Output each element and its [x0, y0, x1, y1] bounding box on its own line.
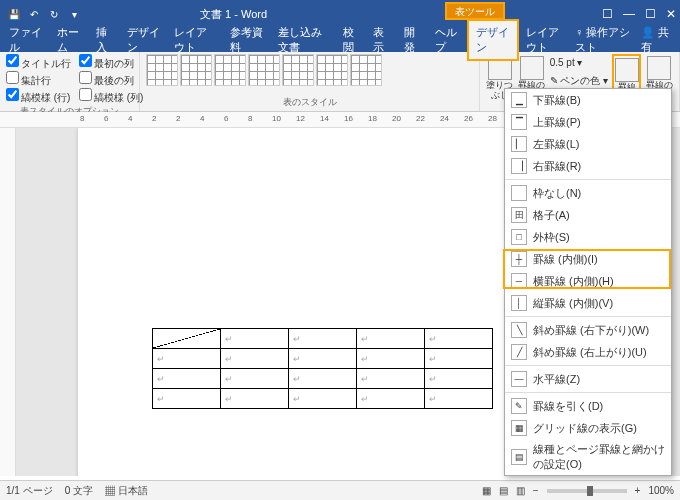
dd-draw-border[interactable]: ✎罫線を引く(D) [505, 395, 671, 417]
top-border-icon: ▔ [511, 114, 527, 130]
dd-bottom-border[interactable]: ▁下罫線(B) [505, 89, 671, 111]
right-border-icon: ▕ [511, 158, 527, 174]
status-bar: 1/1 ページ 0 文字 ▦ 日本語 ▦ ▤ ▥ − + 100% [0, 480, 680, 500]
no-border-icon [511, 185, 527, 201]
dd-all-borders[interactable]: 田格子(A) [505, 204, 671, 226]
share-button[interactable]: 👤 共有 [641, 25, 670, 55]
document-table[interactable]: ↵↵↵↵ ↵↵↵↵↵ ↵↵↵↵↵ ↵↵↵↵↵ [152, 328, 493, 409]
border-setup-icon [647, 56, 671, 80]
tab-design[interactable]: デザイン [120, 21, 168, 59]
dd-inside-border[interactable]: ┼罫線 (内側)(I) [505, 248, 671, 270]
zoom-out-icon[interactable]: − [533, 485, 539, 496]
cell-diag[interactable] [153, 329, 221, 349]
undo-icon[interactable]: ↶ [26, 6, 42, 22]
tab-mailings[interactable]: 差し込み文書 [271, 21, 335, 59]
tab-developer[interactable]: 開発 [397, 21, 428, 59]
tab-layout[interactable]: レイアウト [167, 21, 223, 59]
document-title: 文書 1 - Word [200, 7, 267, 22]
opt-last-col[interactable]: 最後の列 [79, 71, 143, 88]
dd-left-border[interactable]: ▏左罫線(L) [505, 133, 671, 155]
tab-help[interactable]: ヘルプ [428, 21, 467, 59]
dd-inside-v-border[interactable]: │縦罫線 (内側)(V) [505, 292, 671, 314]
diag-down-icon: ╲ [511, 322, 527, 338]
bottom-border-icon: ▁ [511, 92, 527, 108]
left-border-icon: ▏ [511, 136, 527, 152]
dd-top-border[interactable]: ▔上罫線(P) [505, 111, 671, 133]
outside-border-icon: □ [511, 229, 527, 245]
close-icon[interactable]: ✕ [666, 7, 676, 21]
redo-icon[interactable]: ↻ [46, 6, 62, 22]
zoom-level[interactable]: 100% [648, 485, 674, 496]
grid-icon: ▦ [511, 420, 527, 436]
tab-home[interactable]: ホーム [50, 21, 89, 59]
save-icon[interactable]: 💾 [6, 6, 22, 22]
borders-dropdown: ▁下罫線(B) ▔上罫線(P) ▏左罫線(L) ▕右罫線(R) 枠なし(N) 田… [504, 88, 672, 476]
opt-banded-col[interactable]: 縞模様 (列) [79, 88, 143, 105]
tab-table-design[interactable]: デザイン [467, 19, 519, 61]
tab-review[interactable]: 校閲 [336, 21, 367, 59]
zoom-in-icon[interactable]: + [635, 485, 641, 496]
view-print-icon[interactable]: ▦ [482, 485, 491, 496]
inside-h-icon: ─ [511, 273, 527, 289]
tab-insert[interactable]: 挿入 [89, 21, 120, 59]
shading-icon: ▤ [511, 449, 527, 465]
maximize-icon[interactable]: ☐ [645, 7, 656, 21]
tab-view[interactable]: 表示 [366, 21, 397, 59]
border-icon [615, 58, 639, 82]
status-words[interactable]: 0 文字 [65, 484, 93, 498]
border-style-icon [520, 56, 544, 80]
context-tab-label: 表ツール [445, 2, 505, 20]
minimize-icon[interactable]: — [623, 7, 635, 21]
inside-v-icon: │ [511, 295, 527, 311]
zoom-slider[interactable] [547, 489, 627, 493]
dd-inside-h-border[interactable]: ─横罫線 (内側)(H) [505, 270, 671, 292]
dd-diag-up[interactable]: ╱斜め罫線 (右上がり)(U) [505, 341, 671, 363]
opt-total-row[interactable]: 集計行 [6, 71, 71, 88]
dd-right-border[interactable]: ▕右罫線(R) [505, 155, 671, 177]
tab-table-layout[interactable]: レイアウト [519, 21, 575, 59]
dd-horizontal-line[interactable]: —水平線(Z) [505, 368, 671, 390]
dd-diag-down[interactable]: ╲斜め罫線 (右下がり)(W) [505, 319, 671, 341]
draw-icon: ✎ [511, 398, 527, 414]
ribbon-tabs: ファイル ホーム 挿入 デザイン レイアウト 参考資料 差し込み文書 校閲 表示… [0, 28, 680, 52]
quick-access: 💾 ↶ ↻ ▾ [6, 6, 82, 22]
dd-borders-shading[interactable]: ▤線種とページ罫線と網かけの設定(O) [505, 439, 671, 475]
tab-references[interactable]: 参考資料 [223, 21, 271, 59]
dd-view-gridlines[interactable]: ▦グリッド線の表示(G) [505, 417, 671, 439]
dd-no-border[interactable]: 枠なし(N) [505, 182, 671, 204]
all-borders-icon: 田 [511, 207, 527, 223]
status-page[interactable]: 1/1 ページ [6, 484, 53, 498]
ribbon-options-icon[interactable]: ☐ [602, 7, 613, 21]
view-read-icon[interactable]: ▤ [499, 485, 508, 496]
group-label-styles: 表のスタイル [146, 96, 473, 111]
tell-me[interactable]: ♀ 操作アシスト [575, 25, 633, 55]
qat-more-icon[interactable]: ▾ [66, 6, 82, 22]
vertical-ruler[interactable] [0, 128, 16, 476]
diag-up-icon: ╱ [511, 344, 527, 360]
inside-border-icon: ┼ [511, 251, 527, 267]
dd-outside-border[interactable]: □外枠(S) [505, 226, 671, 248]
view-web-icon[interactable]: ▥ [516, 485, 525, 496]
hline-icon: — [511, 371, 527, 387]
opt-banded-row[interactable]: 縞模様 (行) [6, 88, 71, 105]
tab-file[interactable]: ファイル [2, 21, 50, 59]
status-lang[interactable]: ▦ 日本語 [105, 484, 148, 498]
